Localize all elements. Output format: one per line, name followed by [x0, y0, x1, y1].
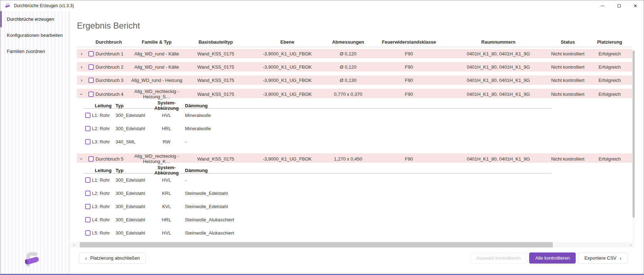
chevron-right-icon[interactable]: › — [77, 49, 86, 58]
horizontal-scrollbar[interactable]: ‹ › — [70, 242, 634, 247]
cell-raumnummern: 0401H_K1_80, 0401H_K1_9G — [448, 78, 548, 83]
chevron-right-icon: › — [620, 255, 621, 261]
col-header-feuerwiderstandsklasse: Feuerwiderstandsklasse — [370, 39, 448, 45]
col-header-raumnummern: Raumnummern — [448, 39, 548, 45]
cell-system-abkuerzung: RW — [150, 139, 184, 144]
table-row: ›Durchbruch 4Allg_WD_rechteckig - Heizun… — [77, 89, 632, 98]
check-selection-button[interactable]: Auswahl kontrollieren — [470, 252, 527, 264]
cell-familie-typ: Allg_WD_rechteckig - Heizung_S… — [130, 89, 184, 99]
scroll-left-icon[interactable]: ‹ — [71, 242, 77, 247]
cell-typ: 300_Edelstahl — [116, 204, 150, 209]
cell-leitung: L2: Rohr — [92, 191, 116, 196]
cell-status: Nicht kontrolliert — [548, 92, 587, 97]
cell-abmessungen: Ø 0,120 — [327, 51, 370, 57]
line-checkbox[interactable] — [85, 126, 91, 131]
chevron-right-icon[interactable]: › — [77, 62, 86, 72]
minimize-button[interactable] — [594, 0, 611, 11]
cell-abmessungen: 0,770 x 0,370 — [327, 92, 370, 97]
cell-durchbruch: Durchbruch 1 — [96, 51, 130, 57]
cell-ebene: -3,9000_K1_UG_FBOK — [248, 64, 327, 70]
maximize-icon — [618, 4, 621, 8]
line-checkbox[interactable] — [85, 217, 91, 222]
col-header-typ: Typ — [116, 168, 150, 173]
cell-typ: 300_Edelstahl — [116, 217, 150, 222]
line-row: L2: Rohr300_EdelstahlHRLMineralwolle — [83, 122, 551, 135]
cell-system-abkuerzung: HRL — [150, 217, 184, 222]
cell-basisbauteiltyp: Wand_KSS_0175 — [184, 78, 248, 83]
scroll-right-icon[interactable]: › — [628, 242, 634, 247]
cell-leitung: L1: Rohr — [92, 113, 116, 118]
window-title: Durchbrüche Erzeugen (v1.3.3) — [14, 3, 74, 8]
cell-raumnummern: 0401H_K1_80, 0401H_K1_9G — [448, 92, 548, 97]
col-header-platzierung: Platzierung — [587, 39, 632, 45]
row-checkbox[interactable] — [88, 64, 94, 70]
cell-durchbruch: Durchbruch 5 — [96, 156, 130, 162]
cell-daemmung: Mineralwolle — [184, 126, 551, 131]
cell-daemmung: - — [184, 177, 551, 183]
col-header-durchbruch: Durchbruch — [96, 39, 130, 45]
cell-durchbruch: Durchbruch 3 — [96, 78, 130, 83]
cell-typ: 300_Edelstahl — [116, 230, 150, 236]
cell-platzierung: Erfolgreich — [587, 51, 632, 57]
col-header-daemmung: Dämmung — [184, 103, 551, 108]
cell-raumnummern: 0401H_K1_80, 0401H_K1_9G — [448, 64, 548, 70]
sidebar-item-konfigurationen-bearbeiten[interactable]: Konfigurationen bearbeiten — [0, 27, 69, 43]
cell-feuerwiderstandsklasse: F90 — [370, 78, 448, 83]
row-checkbox[interactable] — [88, 92, 94, 97]
table-row: ›Durchbruch 2Allg_WD_rund - KälteWand_KS… — [77, 62, 632, 72]
line-table-header-row: LeitungTypSystem-AbkürzungDämmung — [83, 100, 551, 109]
row-checkbox[interactable] — [88, 51, 94, 57]
cell-familie-typ: Allg_WD_rechteckig - Heizung_K… — [130, 153, 184, 164]
sidebar-item-familien-zuordnen[interactable]: Familien zuordnen — [0, 43, 69, 59]
cell-ebene: -3,9000_K1_UG_FBOK — [248, 51, 327, 57]
chevron-glyph: › — [79, 158, 85, 160]
row-checkbox[interactable] — [88, 156, 94, 162]
cell-familie-typ: Allg_WD_rund - Kälte — [130, 64, 184, 70]
app-window: { "title_bar": { "title": "Durchbrüche E… — [0, 0, 644, 275]
line-checkbox[interactable] — [85, 204, 91, 209]
line-sub-table: LeitungTypSystem-AbkürzungDämmungL1: Roh… — [83, 100, 551, 148]
cell-abmessungen: Ø 0,120 — [327, 64, 370, 70]
cell-leitung: L3: Rohr — [92, 204, 116, 209]
window-bottom-accent — [0, 274, 644, 275]
vertical-scrollbar[interactable] — [632, 49, 635, 242]
line-checkbox[interactable] — [85, 139, 91, 144]
cell-system-abkuerzung: HVL — [150, 230, 184, 236]
close-button[interactable]: ✕ — [627, 0, 644, 11]
finish-placement-button[interactable]: ‹ Platzierung abschließen — [79, 252, 146, 264]
vertical-scrollbar-thumb[interactable] — [633, 50, 635, 218]
table-row: ›Durchbruch 5Allg_WD_rechteckig - Heizun… — [77, 153, 632, 163]
line-checkbox[interactable] — [85, 177, 91, 183]
line-row: L2: Rohr300_EdelstahlKRLSteinwolle_Edels… — [83, 187, 551, 200]
cell-daemmung: Steinwolle_Alukaschiert — [184, 230, 551, 236]
row-checkbox[interactable] — [88, 78, 94, 83]
cell-platzierung: Erfolgreich — [587, 64, 632, 70]
export-csv-button[interactable]: Exportiere CSV › — [578, 252, 628, 264]
sidebar-item-durchbrueche-erzeugen[interactable]: Durchbrüche erzeugen — [0, 11, 69, 27]
check-all-button[interactable]: Alle kontrollieren — [529, 252, 576, 264]
line-checkbox[interactable] — [85, 113, 91, 118]
line-checkbox[interactable] — [85, 191, 91, 196]
cell-leitung: L1: Rohr — [92, 177, 116, 183]
active-item-accent-bar — [0, 11, 2, 27]
horizontal-scrollbar-thumb[interactable] — [80, 242, 553, 247]
chevron-right-icon[interactable]: › — [77, 75, 86, 85]
chevron-down-icon[interactable]: › — [77, 153, 86, 164]
result-table: Durchbruch Familie & Typ Basisbauteiltyp… — [77, 37, 632, 240]
cell-basisbauteiltyp: Wand_KSS_0175 — [184, 51, 248, 57]
cell-abmessungen: Ø 0,130 — [327, 78, 370, 83]
page-title: Ergebnis Bericht — [77, 21, 644, 31]
chevron-down-icon[interactable]: › — [77, 89, 86, 99]
cell-system-abkuerzung: HVL — [150, 113, 184, 118]
export-csv-label: Exportiere CSV — [584, 255, 616, 261]
col-header-status: Status — [548, 39, 587, 45]
line-checkbox[interactable] — [85, 230, 91, 236]
maximize-button[interactable] — [611, 0, 627, 11]
main-panel: Ergebnis Bericht Durchbruch Familie & Ty… — [69, 11, 644, 275]
cell-feuerwiderstandsklasse: F90 — [370, 156, 448, 162]
cell-typ: 300_Edelstahl — [116, 126, 150, 131]
cell-daemmung: Mineralwolle — [184, 113, 551, 118]
title-bar: Durchbrüche Erzeugen (v1.3.3) ✕ — [0, 0, 644, 11]
cell-system-abkuerzung: HRL — [150, 126, 184, 131]
table-row: ›Durchbruch 3Allg_WD_rund - HeizungWand_… — [77, 75, 632, 85]
